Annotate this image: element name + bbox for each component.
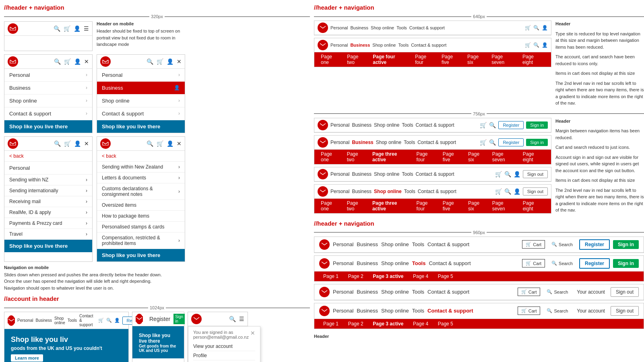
account-icon-1[interactable]: 👤 [74,25,80,32]
n756c-shop[interactable]: Shop online [374,171,399,177]
account-icon-1024[interactable]: 👤 [114,318,120,323]
n756d-business[interactable]: Business [352,189,372,194]
cart-icon-3[interactable]: 🛒 [157,58,163,65]
n756c-tools[interactable]: Tools [402,171,413,177]
n640r-contact[interactable]: Contact & support [411,43,446,47]
n756b-tools[interactable]: Tools [404,140,415,145]
register-icon[interactable]: Register [149,316,170,322]
nav-item-contact-2[interactable]: Contact & support› [97,107,185,120]
nzpost-logo-1[interactable] [8,23,18,34]
cart-icon-1[interactable]: 🛒 [64,25,70,32]
sn756d-p8[interactable]: Page eight [520,199,548,213]
n960a-tools[interactable]: Tools [412,241,424,247]
sn756-p1[interactable]: Page one [318,150,344,164]
cart-756d[interactable]: 🛒 [495,188,502,195]
nav-shop-mini[interactable]: Shop online [54,316,65,325]
sn640-p3[interactable]: Page four active [369,52,412,67]
search-756a[interactable]: 🔍 [489,122,496,128]
n756d-shop[interactable]: Shop online [374,189,402,194]
sn756d-p4[interactable]: Page four [413,199,439,213]
acct-756c[interactable]: 👤 [514,171,520,177]
n756c-business[interactable]: Business [352,171,372,177]
so-960d[interactable]: Sign out [611,306,639,316]
logo-640-so[interactable] [318,23,328,33]
sn960b-p3[interactable]: Page 3 active [369,272,407,281]
dd-profile[interactable]: Profile [193,351,255,360]
search-640-so[interactable]: 🔍 [533,25,539,31]
your-acct-960d[interactable]: Your account [574,308,607,314]
sn960b-p4[interactable]: Page 4 [409,272,432,281]
n640r-shop[interactable]: Shop online [372,43,396,47]
cart-756a[interactable]: 🛒 [480,122,487,128]
sn960b-p2[interactable]: Page 2 [344,272,367,281]
sn756d-p7[interactable]: Page seven [489,199,520,213]
n756d-contact[interactable]: Contact & support [418,189,456,194]
nzpost-logo-3[interactable] [100,56,111,67]
nav-item-personal-2[interactable]: Personal› [97,69,185,82]
cart-icon-4[interactable]: 🛒 [64,140,71,147]
learnmore-1024-so[interactable]: Learn more [11,354,43,362]
sn756-p3[interactable]: Page three active [369,150,413,164]
n960c-contact[interactable]: Contact & support [427,289,469,295]
sn960b-p5[interactable]: Page 5 [434,272,457,281]
cart-icon-1024[interactable]: 🛒 [98,318,104,323]
bsub-item-oversized[interactable]: Oversized items [97,200,185,211]
your-acct-960c[interactable]: Your account [574,289,607,295]
search-756c[interactable]: 🔍 [504,171,511,177]
nav-item-shop[interactable]: Shop online› [4,95,92,107]
bsub-item-comp[interactable]: Compensation, restricted & prohibited it… [97,232,185,249]
n960a-shop[interactable]: Shop online [381,241,409,247]
back-btn-1[interactable]: < back [4,151,92,162]
account-icon-4[interactable]: 👤 [74,140,81,147]
n756b-personal[interactable]: Personal [330,140,349,145]
sn756-p7[interactable]: Page seven [489,150,520,164]
sn756-p8[interactable]: Page eight [520,150,548,164]
account-icon-3[interactable]: 👤 [167,58,173,65]
sn960b-p1[interactable]: Page 1 [319,272,343,281]
cart-icon-2[interactable]: 🛒 [64,58,71,65]
cart-756c[interactable]: 🛒 [495,171,502,177]
n960d-contact[interactable]: Contact & support [427,308,473,314]
reg-756a[interactable]: Register [498,121,524,129]
sn640-p7[interactable]: Page seven [488,52,519,67]
so-960c[interactable]: Sign out [611,287,639,297]
si-960b[interactable]: Sign in [613,259,639,268]
sn960d-p2[interactable]: Page 2 [344,319,367,329]
n960c-tools[interactable]: Tools [412,289,424,295]
acct-756d[interactable]: 👤 [514,188,520,195]
logo-756-c[interactable] [318,169,328,179]
n756b-contact[interactable]: Contact & support [417,140,456,145]
sn640-p6[interactable]: Page six [464,52,488,67]
nzpost-logo-2[interactable] [8,56,18,67]
logo-960-c[interactable] [319,287,330,297]
n960d-business[interactable]: Business [357,308,378,314]
reg-756b[interactable]: Register [498,138,524,146]
signin-icon-sm[interactable]: Sign in [173,314,185,324]
logo-756-a[interactable] [318,120,328,130]
n640r-tools[interactable]: Tools [398,43,409,47]
cart-640-so[interactable]: 🛒 [525,25,531,31]
nzpost-logo-8[interactable] [191,314,202,324]
nav-tools-mini[interactable]: Tools [68,318,77,323]
sn640-p8[interactable]: Page eight [519,52,548,67]
nav-item-shop-2[interactable]: Shop online› [97,95,185,107]
n960c-business[interactable]: Business [357,289,378,295]
sn756d-p6[interactable]: Page six [465,199,489,213]
bsub-item-letters[interactable]: Letters & documents› [97,173,185,183]
logo-960-d[interactable] [319,306,330,316]
nav-business-mini[interactable]: Business [35,318,52,323]
logo-960-b[interactable] [319,258,330,269]
nzpost-logo-6[interactable] [8,315,15,326]
n960d-personal[interactable]: Personal [333,308,353,314]
n640-contact[interactable]: Contact & support [409,25,445,30]
nzpost-logo-7[interactable] [136,314,143,324]
menu-icon-si[interactable]: ☰ [239,316,244,322]
reg-960b[interactable]: Register [579,258,610,269]
cart-960b[interactable]: 🛒Cart [522,259,545,267]
sub-item-receiving[interactable]: Receiving mail› [4,196,92,207]
n960a-personal[interactable]: Personal [333,241,353,247]
search-960d[interactable]: 🔍Search [543,307,571,315]
n756d-tools[interactable]: Tools [404,189,415,194]
acct-640-red[interactable]: 👤 [542,42,548,48]
dropdown-close[interactable]: ✕ [250,330,255,336]
